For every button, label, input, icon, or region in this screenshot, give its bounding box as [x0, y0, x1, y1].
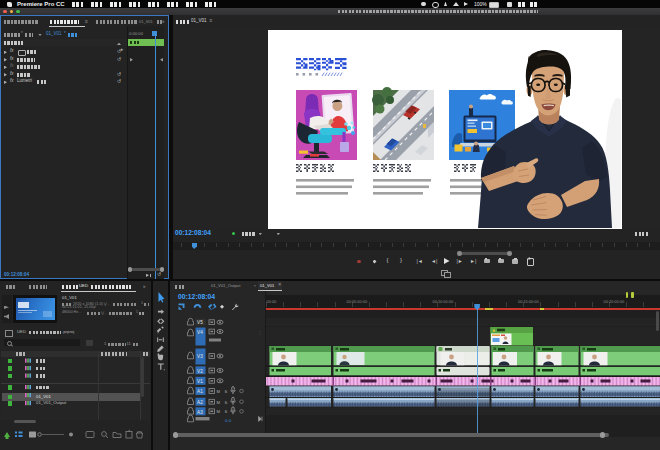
svg-text:V1: V1	[197, 379, 203, 384]
svg-text:M: M	[216, 400, 220, 405]
svg-text:M: M	[216, 389, 220, 394]
svg-text:V4: V4	[197, 330, 203, 335]
svg-text:S: S	[224, 389, 227, 394]
svg-text:V2: V2	[197, 369, 203, 374]
svg-text:A3: A3	[197, 410, 203, 415]
svg-text:A2: A2	[197, 400, 203, 405]
svg-text:V5: V5	[197, 320, 203, 325]
svg-text:A1: A1	[197, 389, 203, 394]
svg-text:V3: V3	[197, 354, 203, 359]
svg-text:⁝: ⁝	[259, 330, 261, 336]
svg-text:M: M	[216, 409, 220, 414]
svg-text:S: S	[224, 400, 227, 405]
svg-text:S: S	[224, 409, 227, 414]
svg-text:0.0: 0.0	[225, 418, 232, 423]
